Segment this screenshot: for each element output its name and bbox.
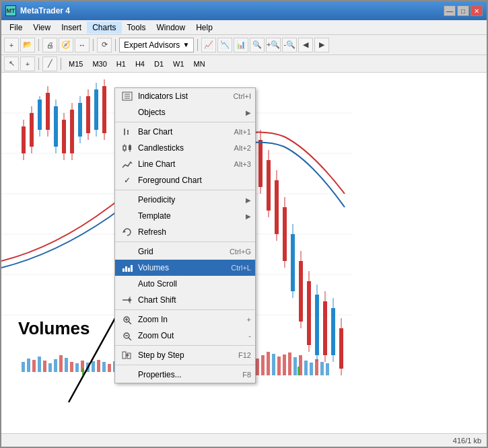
new-chart-btn[interactable]: + bbox=[4, 38, 19, 52]
svg-rect-82 bbox=[97, 360, 100, 372]
line-chart-label: Line Chart bbox=[138, 159, 228, 169]
svg-rect-59 bbox=[54, 359, 57, 372]
zoom-out-icon bbox=[120, 330, 134, 342]
indicator-btn3[interactable]: 📊 bbox=[234, 38, 248, 52]
menu-tools[interactable]: Tools bbox=[122, 22, 151, 34]
menu-item-refresh[interactable]: Refresh bbox=[115, 224, 255, 240]
crosshair-btn[interactable]: + bbox=[20, 57, 35, 71]
zoom-out-shortcut: - bbox=[248, 332, 251, 340]
period-d1[interactable]: D1 bbox=[150, 57, 168, 71]
expert-advisors-label[interactable]: Expert Advisors ▼ bbox=[119, 38, 194, 52]
minimize-button[interactable]: — bbox=[444, 5, 456, 16]
menu-item-bar-chart[interactable]: Bar Chart Alt+1 bbox=[115, 124, 255, 140]
line-btn[interactable]: ╱ bbox=[42, 57, 57, 71]
menu-item-foreground-chart[interactable]: ✓ Foreground Chart bbox=[115, 172, 255, 188]
svg-rect-60 bbox=[59, 355, 63, 372]
chart-shift-label: Chart Shift bbox=[138, 295, 251, 305]
refresh-label: Refresh bbox=[138, 227, 251, 237]
svg-rect-69 bbox=[283, 354, 286, 375]
zoom-in-btn[interactable]: +🔍 bbox=[266, 38, 281, 52]
toolbar-main: + 📂 🖨 🧭 ↔ ⟳ Expert Advisors ▼ 📈 📉 📊 🔍 +🔍… bbox=[1, 35, 487, 55]
menubar: File View Insert Charts Tools Window Hel… bbox=[1, 20, 487, 35]
auto-scroll-icon bbox=[120, 278, 134, 290]
period-h1[interactable]: H1 bbox=[112, 57, 130, 71]
svg-rect-67 bbox=[272, 354, 275, 375]
objects-icon bbox=[120, 106, 134, 118]
svg-rect-62 bbox=[70, 362, 73, 372]
back-btn[interactable]: ◀ bbox=[298, 38, 313, 52]
template-arrow-icon: ▶ bbox=[246, 213, 251, 220]
menu-charts[interactable]: Charts bbox=[87, 22, 121, 34]
menu-window[interactable]: Window bbox=[151, 22, 191, 34]
dropdown-arrow-icon: ▼ bbox=[182, 41, 189, 48]
nav-btn[interactable]: 🧭 bbox=[59, 38, 73, 52]
annotation-volumes: Volumes bbox=[18, 318, 90, 339]
period-m15[interactable]: M15 bbox=[65, 57, 87, 71]
menu-item-grid[interactable]: Grid Ctrl+G bbox=[115, 244, 255, 260]
menu-view[interactable]: View bbox=[28, 22, 56, 34]
menu-item-zoom-out[interactable]: Zoom Out - bbox=[115, 328, 255, 344]
foreground-check-icon: ✓ bbox=[120, 174, 134, 186]
menu-insert[interactable]: Insert bbox=[56, 22, 87, 34]
refresh-btn[interactable]: ⟳ bbox=[97, 38, 112, 52]
toolbar-periods: ↖ + ╱ M15 M30 H1 H4 D1 W1 MN bbox=[1, 55, 487, 73]
period-w1[interactable]: W1 bbox=[169, 57, 188, 71]
svg-rect-58 bbox=[48, 363, 52, 372]
statusbar: 416/1 kb bbox=[1, 433, 487, 447]
menu-item-zoom-in[interactable]: Zoom In + bbox=[115, 311, 255, 328]
periodicity-arrow-icon: ▶ bbox=[246, 196, 251, 204]
main-window: MT MetaTrader 4 — □ ✕ File View Insert C… bbox=[0, 0, 488, 448]
zoom-out-label: Zoom Out bbox=[138, 331, 242, 340]
svg-rect-73 bbox=[304, 361, 308, 375]
sep4 bbox=[197, 39, 198, 51]
arrow-btn[interactable]: ↔ bbox=[75, 38, 90, 52]
close-button[interactable]: ✕ bbox=[470, 5, 483, 16]
forward-btn[interactable]: ▶ bbox=[314, 38, 329, 52]
zoom-in-shortcut: + bbox=[247, 315, 251, 324]
maximize-button[interactable]: □ bbox=[457, 5, 469, 16]
objects-arrow-icon: ▶ bbox=[246, 109, 251, 116]
cursor-btn[interactable]: ↖ bbox=[4, 57, 19, 71]
menu-file[interactable]: File bbox=[4, 22, 28, 34]
svg-rect-64 bbox=[256, 359, 259, 375]
svg-rect-148 bbox=[123, 352, 126, 359]
menu-item-template[interactable]: Template ▶ bbox=[115, 208, 255, 224]
period-mn[interactable]: MN bbox=[190, 57, 209, 71]
menu-item-periodicity[interactable]: Periodicity ▶ bbox=[115, 192, 255, 208]
svg-rect-77 bbox=[326, 363, 329, 375]
open-btn[interactable]: 📂 bbox=[20, 38, 35, 52]
sep5 bbox=[115, 345, 255, 346]
menu-item-indicators-list[interactable]: Indicators List Ctrl+I bbox=[115, 88, 255, 104]
indicator-btn1[interactable]: 📈 bbox=[201, 38, 216, 52]
period-h4[interactable]: H4 bbox=[131, 57, 149, 71]
candlesticks-label: Candlesticks bbox=[138, 143, 228, 153]
menu-item-line-chart[interactable]: Line Chart Alt+3 bbox=[115, 156, 255, 172]
step-by-step-shortcut: F12 bbox=[238, 351, 251, 359]
svg-rect-56 bbox=[38, 357, 41, 372]
menu-item-volumes[interactable]: Volumes Ctrl+L bbox=[115, 260, 255, 276]
sep4 bbox=[115, 309, 255, 310]
menu-item-objects[interactable]: Objects ▶ bbox=[115, 104, 255, 120]
zoom-out-btn[interactable]: -🔍 bbox=[282, 38, 297, 52]
indicator-btn2[interactable]: 📉 bbox=[217, 38, 232, 52]
sep5 bbox=[38, 58, 39, 70]
menu-item-candlesticks[interactable]: Candlesticks Alt+2 bbox=[115, 140, 255, 156]
grid-icon bbox=[120, 246, 134, 258]
bar-chart-icon bbox=[120, 126, 134, 138]
menu-item-auto-scroll[interactable]: Auto Scroll bbox=[115, 276, 255, 292]
statusbar-info: 416/1 kb bbox=[453, 437, 481, 445]
menu-item-step-by-step[interactable]: Step by Step F12 bbox=[115, 347, 255, 363]
charts-dropdown-menu: Indicators List Ctrl+I Objects ▶ Bar Cha… bbox=[114, 87, 256, 383]
svg-rect-114 bbox=[298, 367, 300, 375]
menu-item-properties[interactable]: Properties... F8 bbox=[115, 367, 255, 383]
bar-chart-shortcut: Alt+1 bbox=[234, 128, 251, 136]
menu-help[interactable]: Help bbox=[190, 22, 218, 34]
period-m30[interactable]: M30 bbox=[88, 57, 110, 71]
auto-scroll-label: Auto Scroll bbox=[138, 279, 251, 289]
main-area: Volumes Indicators List Ctrl+I bbox=[1, 73, 487, 433]
print-btn[interactable]: 🖨 bbox=[42, 38, 57, 52]
svg-line-146 bbox=[129, 338, 131, 340]
menu-item-chart-shift[interactable]: Chart Shift bbox=[115, 292, 255, 308]
template-icon bbox=[120, 210, 134, 222]
indicator-btn4[interactable]: 🔍 bbox=[250, 38, 265, 52]
